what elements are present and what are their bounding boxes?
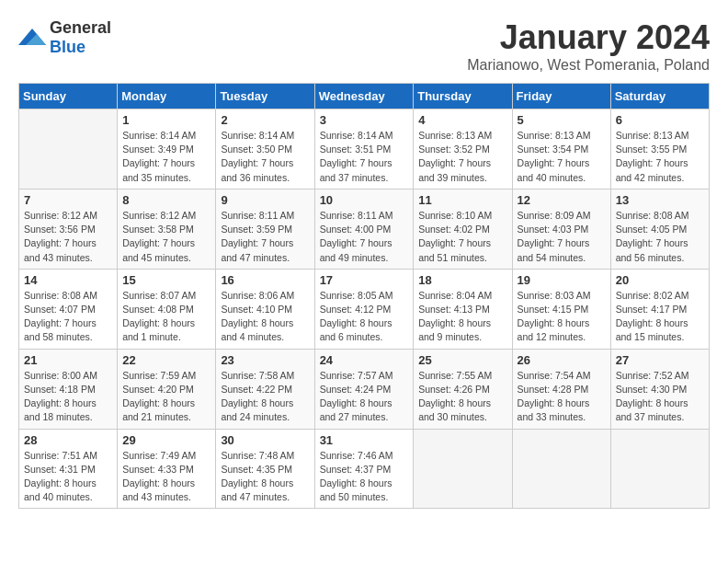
calendar-cell bbox=[610, 429, 709, 509]
day-info: Sunrise: 8:08 AM Sunset: 4:07 PM Dayligh… bbox=[24, 289, 112, 345]
calendar-cell bbox=[414, 429, 512, 509]
calendar-cell: 14Sunrise: 8:08 AM Sunset: 4:07 PM Dayli… bbox=[19, 269, 118, 349]
month-title: January 2024 bbox=[467, 18, 710, 57]
calendar-cell: 3Sunrise: 8:14 AM Sunset: 3:51 PM Daylig… bbox=[314, 109, 414, 190]
day-info: Sunrise: 8:08 AM Sunset: 4:05 PM Dayligh… bbox=[616, 209, 704, 265]
weekday-header: Tuesday bbox=[216, 84, 314, 109]
calendar-cell: 13Sunrise: 8:08 AM Sunset: 4:05 PM Dayli… bbox=[610, 189, 709, 269]
calendar-week-row: 28Sunrise: 7:51 AM Sunset: 4:31 PM Dayli… bbox=[19, 429, 710, 509]
day-number: 16 bbox=[221, 273, 309, 287]
day-number: 25 bbox=[418, 353, 506, 367]
calendar-cell: 2Sunrise: 8:14 AM Sunset: 3:50 PM Daylig… bbox=[216, 109, 314, 190]
logo: General Blue bbox=[18, 18, 111, 57]
calendar-cell: 16Sunrise: 8:06 AM Sunset: 4:10 PM Dayli… bbox=[216, 269, 314, 349]
day-number: 5 bbox=[518, 113, 606, 127]
calendar-week-row: 7Sunrise: 8:12 AM Sunset: 3:56 PM Daylig… bbox=[19, 189, 710, 269]
day-number: 10 bbox=[320, 193, 409, 207]
calendar-cell: 26Sunrise: 7:54 AM Sunset: 4:28 PM Dayli… bbox=[512, 349, 610, 429]
day-info: Sunrise: 8:13 AM Sunset: 3:52 PM Dayligh… bbox=[418, 129, 506, 185]
day-number: 7 bbox=[24, 193, 112, 207]
page-header: General Blue January 2024 Marianowo, Wes… bbox=[18, 18, 710, 74]
logo-blue: Blue bbox=[50, 38, 85, 56]
calendar-cell: 29Sunrise: 7:49 AM Sunset: 4:33 PM Dayli… bbox=[118, 429, 216, 509]
location-title: Marianowo, West Pomerania, Poland bbox=[467, 57, 710, 74]
day-info: Sunrise: 8:14 AM Sunset: 3:51 PM Dayligh… bbox=[320, 129, 409, 185]
calendar-cell: 7Sunrise: 8:12 AM Sunset: 3:56 PM Daylig… bbox=[19, 189, 118, 269]
weekday-header: Saturday bbox=[610, 84, 709, 109]
day-info: Sunrise: 8:05 AM Sunset: 4:12 PM Dayligh… bbox=[320, 289, 409, 345]
day-info: Sunrise: 8:06 AM Sunset: 4:10 PM Dayligh… bbox=[221, 289, 309, 345]
calendar-cell: 10Sunrise: 8:11 AM Sunset: 4:00 PM Dayli… bbox=[314, 189, 414, 269]
calendar-cell: 27Sunrise: 7:52 AM Sunset: 4:30 PM Dayli… bbox=[610, 349, 709, 429]
day-info: Sunrise: 8:09 AM Sunset: 4:03 PM Dayligh… bbox=[518, 209, 606, 265]
calendar-cell: 1Sunrise: 8:14 AM Sunset: 3:49 PM Daylig… bbox=[118, 109, 216, 190]
day-info: Sunrise: 8:14 AM Sunset: 3:50 PM Dayligh… bbox=[221, 129, 309, 185]
weekday-header: Friday bbox=[512, 84, 610, 109]
calendar-week-row: 1Sunrise: 8:14 AM Sunset: 3:49 PM Daylig… bbox=[19, 109, 710, 190]
day-number: 30 bbox=[221, 433, 309, 447]
calendar-cell: 28Sunrise: 7:51 AM Sunset: 4:31 PM Dayli… bbox=[19, 429, 118, 509]
day-info: Sunrise: 7:54 AM Sunset: 4:28 PM Dayligh… bbox=[518, 369, 606, 425]
weekday-header: Sunday bbox=[19, 84, 118, 109]
day-info: Sunrise: 8:07 AM Sunset: 4:08 PM Dayligh… bbox=[122, 289, 210, 345]
calendar-cell: 20Sunrise: 8:02 AM Sunset: 4:17 PM Dayli… bbox=[610, 269, 709, 349]
day-info: Sunrise: 8:04 AM Sunset: 4:13 PM Dayligh… bbox=[418, 289, 506, 345]
weekday-header: Thursday bbox=[414, 84, 512, 109]
day-info: Sunrise: 8:13 AM Sunset: 3:54 PM Dayligh… bbox=[518, 129, 606, 185]
day-info: Sunrise: 7:51 AM Sunset: 4:31 PM Dayligh… bbox=[24, 449, 112, 505]
day-number: 2 bbox=[221, 113, 309, 127]
calendar-cell bbox=[512, 429, 610, 509]
day-number: 20 bbox=[616, 273, 704, 287]
day-number: 4 bbox=[418, 113, 506, 127]
calendar-cell: 17Sunrise: 8:05 AM Sunset: 4:12 PM Dayli… bbox=[314, 269, 414, 349]
day-number: 17 bbox=[320, 273, 409, 287]
logo-icon bbox=[18, 27, 46, 49]
day-number: 29 bbox=[122, 433, 210, 447]
calendar-cell: 18Sunrise: 8:04 AM Sunset: 4:13 PM Dayli… bbox=[414, 269, 512, 349]
day-number: 6 bbox=[616, 113, 704, 127]
day-number: 27 bbox=[616, 353, 704, 367]
calendar-cell: 8Sunrise: 8:12 AM Sunset: 3:58 PM Daylig… bbox=[118, 189, 216, 269]
day-number: 24 bbox=[320, 353, 409, 367]
day-number: 1 bbox=[122, 113, 210, 127]
day-number: 31 bbox=[320, 433, 409, 447]
calendar-cell: 6Sunrise: 8:13 AM Sunset: 3:55 PM Daylig… bbox=[610, 109, 709, 190]
day-info: Sunrise: 8:12 AM Sunset: 3:56 PM Dayligh… bbox=[24, 209, 112, 265]
calendar-table: SundayMondayTuesdayWednesdayThursdayFrid… bbox=[18, 83, 710, 509]
day-number: 21 bbox=[24, 353, 112, 367]
day-number: 22 bbox=[122, 353, 210, 367]
day-number: 12 bbox=[518, 193, 606, 207]
day-info: Sunrise: 8:11 AM Sunset: 4:00 PM Dayligh… bbox=[320, 209, 409, 265]
day-info: Sunrise: 7:55 AM Sunset: 4:26 PM Dayligh… bbox=[418, 369, 506, 425]
day-info: Sunrise: 8:14 AM Sunset: 3:49 PM Dayligh… bbox=[122, 129, 210, 185]
calendar-cell: 23Sunrise: 7:58 AM Sunset: 4:22 PM Dayli… bbox=[216, 349, 314, 429]
calendar-cell: 9Sunrise: 8:11 AM Sunset: 3:59 PM Daylig… bbox=[216, 189, 314, 269]
day-info: Sunrise: 8:02 AM Sunset: 4:17 PM Dayligh… bbox=[616, 289, 704, 345]
calendar-cell: 15Sunrise: 8:07 AM Sunset: 4:08 PM Dayli… bbox=[118, 269, 216, 349]
day-info: Sunrise: 8:13 AM Sunset: 3:55 PM Dayligh… bbox=[616, 129, 704, 185]
calendar-cell: 12Sunrise: 8:09 AM Sunset: 4:03 PM Dayli… bbox=[512, 189, 610, 269]
day-info: Sunrise: 8:00 AM Sunset: 4:18 PM Dayligh… bbox=[24, 369, 112, 425]
title-block: January 2024 Marianowo, West Pomerania, … bbox=[467, 18, 710, 74]
day-info: Sunrise: 7:46 AM Sunset: 4:37 PM Dayligh… bbox=[320, 449, 409, 505]
weekday-header: Wednesday bbox=[314, 84, 414, 109]
day-info: Sunrise: 7:57 AM Sunset: 4:24 PM Dayligh… bbox=[320, 369, 409, 425]
day-info: Sunrise: 7:48 AM Sunset: 4:35 PM Dayligh… bbox=[221, 449, 309, 505]
calendar-cell: 25Sunrise: 7:55 AM Sunset: 4:26 PM Dayli… bbox=[414, 349, 512, 429]
day-number: 15 bbox=[122, 273, 210, 287]
day-info: Sunrise: 8:12 AM Sunset: 3:58 PM Dayligh… bbox=[122, 209, 210, 265]
calendar-cell: 11Sunrise: 8:10 AM Sunset: 4:02 PM Dayli… bbox=[414, 189, 512, 269]
day-number: 26 bbox=[518, 353, 606, 367]
weekday-header: Monday bbox=[118, 84, 216, 109]
day-number: 8 bbox=[122, 193, 210, 207]
day-number: 18 bbox=[418, 273, 506, 287]
day-number: 19 bbox=[518, 273, 606, 287]
calendar-week-row: 21Sunrise: 8:00 AM Sunset: 4:18 PM Dayli… bbox=[19, 349, 710, 429]
calendar-week-row: 14Sunrise: 8:08 AM Sunset: 4:07 PM Dayli… bbox=[19, 269, 710, 349]
day-info: Sunrise: 7:59 AM Sunset: 4:20 PM Dayligh… bbox=[122, 369, 210, 425]
calendar-cell: 30Sunrise: 7:48 AM Sunset: 4:35 PM Dayli… bbox=[216, 429, 314, 509]
calendar-header-row: SundayMondayTuesdayWednesdayThursdayFrid… bbox=[19, 84, 710, 109]
calendar-cell: 31Sunrise: 7:46 AM Sunset: 4:37 PM Dayli… bbox=[314, 429, 414, 509]
day-info: Sunrise: 7:58 AM Sunset: 4:22 PM Dayligh… bbox=[221, 369, 309, 425]
day-number: 14 bbox=[24, 273, 112, 287]
